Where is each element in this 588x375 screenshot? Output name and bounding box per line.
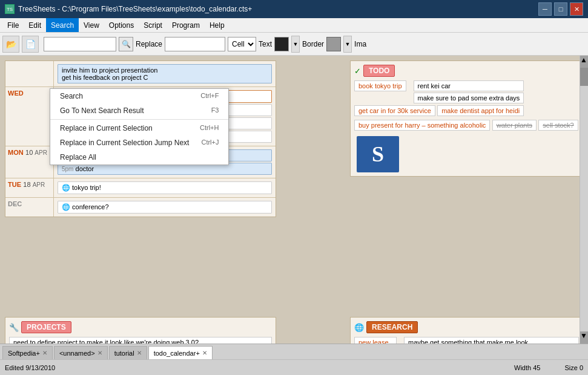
day-label-wed: WED bbox=[8, 90, 24, 97]
menu-item-replace-all[interactable]: Replace All bbox=[50, 150, 228, 165]
calendar-row-tue: TUE 18 APR 🌐 tokyo trip! bbox=[5, 178, 276, 198]
menu-item-replace-jump[interactable]: Replace in Current Selection Jump Next C… bbox=[50, 135, 228, 150]
tab-close-softpedia[interactable]: ✕ bbox=[42, 350, 47, 356]
menu-separator-1 bbox=[50, 119, 228, 120]
task-new-lease-car[interactable]: new lease car bbox=[354, 337, 397, 344]
tab-close-todo[interactable]: ✕ bbox=[202, 350, 207, 356]
open-button[interactable]: 📂 bbox=[2, 36, 19, 53]
task-rent-car[interactable]: rent kei car bbox=[414, 80, 524, 91]
task-environmentally[interactable]: maybe get something that make me look en… bbox=[404, 337, 579, 344]
task-invite[interactable]: invite him to project presentationget hi… bbox=[58, 64, 272, 83]
menu-edit[interactable]: Edit bbox=[24, 18, 46, 32]
calendar-row-1: invite him to project presentationget hi… bbox=[5, 61, 276, 87]
tab-todo-calendar[interactable]: todo_calendar+ ✕ bbox=[148, 346, 213, 359]
menu-options[interactable]: Options bbox=[104, 18, 139, 32]
border-label: Border bbox=[302, 40, 324, 48]
cal-content-dec: 🌐 conference? bbox=[54, 198, 276, 217]
menu-item-next-result[interactable]: Go To Next Search Result F3 bbox=[50, 103, 228, 118]
task-define-project[interactable]: need to define project to make it look l… bbox=[9, 337, 272, 344]
task-car-service[interactable]: get car in for 30k service bbox=[354, 105, 435, 116]
todo-title: TODO bbox=[363, 65, 395, 77]
day-label-dec: DEC bbox=[8, 200, 22, 207]
scrollbar-down[interactable]: ▼ bbox=[580, 331, 588, 344]
menu-help[interactable]: Help bbox=[205, 18, 230, 32]
search-input[interactable] bbox=[44, 37, 116, 51]
menu-file[interactable]: File bbox=[2, 18, 24, 32]
title-bar: TS TreeSheets - C:\Program Files\TreeShe… bbox=[0, 0, 588, 18]
menu-item-search[interactable]: Search Ctrl+F bbox=[50, 89, 228, 103]
new-button[interactable]: 📄 bbox=[22, 36, 39, 53]
todo-section: ✓ TODO book tokyo trip rent kei car make… bbox=[350, 60, 583, 177]
menu-search[interactable]: Search bbox=[46, 18, 79, 32]
maximize-button[interactable]: □ bbox=[554, 2, 567, 16]
tab-label-todo: todo_calendar+ bbox=[154, 350, 200, 357]
menu-item-replace-selection[interactable]: Replace in Current Selection Ctrl+H bbox=[50, 121, 228, 135]
window-title: TreeSheets - C:\Program Files\TreeSheets… bbox=[18, 5, 252, 13]
tab-softpedia[interactable]: Softpedia+ ✕ bbox=[2, 346, 53, 359]
replace-input[interactable] bbox=[165, 37, 225, 51]
day-label-tue: TUE bbox=[8, 181, 21, 188]
day-cell-tue: TUE 18 APR bbox=[5, 178, 54, 197]
task-sell-stock[interactable]: sell stock? bbox=[538, 120, 578, 131]
menu-script[interactable]: Script bbox=[139, 18, 167, 32]
month-label-tue: APR bbox=[33, 181, 45, 188]
task-dentist[interactable]: make dentist appt for heidi bbox=[437, 105, 524, 116]
research-title: RESEARCH bbox=[366, 321, 418, 333]
menu-bar: File Edit Search View Options Script Pro… bbox=[0, 18, 588, 33]
cal-content-tue: 🌐 tokyo trip! bbox=[54, 178, 276, 197]
status-edit-date: Edited 9/13/2010 bbox=[5, 364, 55, 371]
cell-select[interactable]: Cell bbox=[228, 37, 256, 51]
day-cell-wed: WED bbox=[5, 87, 54, 146]
search-button[interactable]: 🔍 bbox=[119, 37, 133, 51]
border-color-dropdown[interactable]: ▼ bbox=[343, 36, 352, 53]
calendar-row-dec: DEC 🌐 conference? bbox=[5, 198, 276, 217]
research-section: 🌐 RESEARCH new lease car maybe get somet… bbox=[350, 317, 583, 344]
tab-label-unnamed: <unnamed> bbox=[59, 350, 95, 357]
border-color-box[interactable] bbox=[326, 37, 341, 51]
minimize-button[interactable]: ─ bbox=[538, 2, 552, 16]
text-color-box[interactable] bbox=[274, 37, 289, 51]
projects-title: PROJECTS bbox=[21, 321, 71, 333]
workspace-canvas[interactable]: invite him to project presentationget hi… bbox=[0, 56, 588, 344]
menu-view[interactable]: View bbox=[79, 18, 104, 32]
globe-icon: 🌐 bbox=[354, 323, 364, 332]
toolbar: 📂 📄 🔍 Replace Cell Text ▼ Border ▼ Ima bbox=[0, 33, 588, 56]
projects-section: 🔧 PROJECTS need to define project to mak… bbox=[5, 317, 276, 344]
task-conference[interactable]: 🌐 conference? bbox=[58, 201, 272, 214]
menu-program[interactable]: Program bbox=[167, 18, 205, 32]
scrollbar-thumb[interactable] bbox=[580, 68, 588, 86]
status-width: Width 45 bbox=[514, 364, 540, 371]
todo-item-tokyo: book tokyo trip rent kei car make sure t… bbox=[354, 80, 579, 103]
task-water-plants[interactable]: water plants bbox=[492, 120, 537, 131]
status-bar: Edited 9/13/2010 Width 45 Size 0 bbox=[0, 359, 588, 375]
tab-unnamed[interactable]: <unnamed> ✕ bbox=[54, 346, 108, 359]
date-num-mon: 10 bbox=[25, 149, 35, 156]
tab-close-unnamed[interactable]: ✕ bbox=[97, 350, 102, 356]
scrollbar-up[interactable]: ▲ bbox=[580, 56, 588, 68]
task-harry-present[interactable]: buy present for harry – something alcoho… bbox=[354, 120, 490, 131]
day-cell-empty bbox=[5, 61, 54, 86]
image-label: Ima bbox=[354, 40, 366, 48]
close-button[interactable]: ✕ bbox=[570, 2, 583, 16]
month-label-mon: APR bbox=[35, 149, 47, 156]
task-pad-days[interactable]: make sure to pad some extra days bbox=[414, 93, 524, 103]
s-logo: S bbox=[357, 136, 399, 172]
day-cell-dec: DEC bbox=[5, 198, 54, 217]
day-cell-mon: MON 10 APR bbox=[5, 146, 54, 178]
research-item-car: new lease car maybe get something that m… bbox=[354, 337, 579, 344]
task-book-tokyo[interactable]: book tokyo trip bbox=[354, 80, 406, 91]
text-color-dropdown[interactable]: ▼ bbox=[291, 36, 300, 53]
todo-check-icon: ✓ bbox=[354, 67, 361, 76]
scrollbar-vertical[interactable]: ▲ ▼ bbox=[580, 56, 588, 344]
task-tokyo[interactable]: 🌐 tokyo trip! bbox=[58, 181, 272, 194]
tab-close-tutorial[interactable]: ✕ bbox=[137, 350, 142, 356]
tab-tutorial[interactable]: tutorial ✕ bbox=[109, 346, 147, 359]
status-size: Size 0 bbox=[564, 364, 583, 371]
day-label-mon: MON bbox=[8, 149, 24, 156]
date-num-tue: 18 bbox=[23, 181, 32, 188]
tab-label-softpedia: Softpedia+ bbox=[8, 350, 40, 357]
tab-label-tutorial: tutorial bbox=[114, 350, 134, 357]
cal-content-1: invite him to project presentationget hi… bbox=[54, 61, 276, 86]
replace-label: Replace bbox=[136, 40, 162, 48]
main-workspace: invite him to project presentationget hi… bbox=[0, 56, 588, 344]
